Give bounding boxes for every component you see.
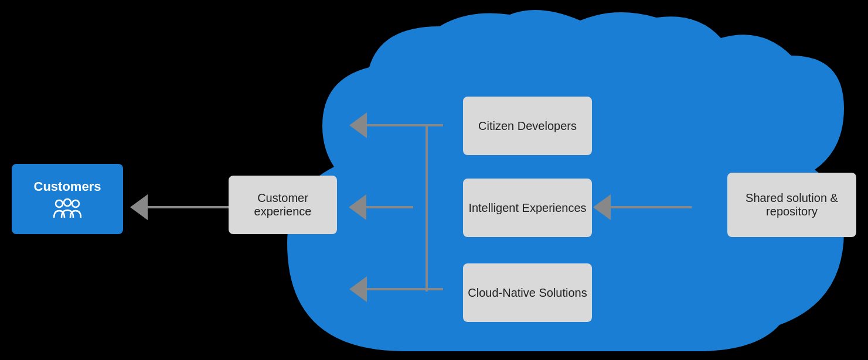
arrow-cx-intelligent [349, 194, 413, 220]
arrow-customers-cx [130, 194, 234, 220]
svg-point-2 [64, 199, 71, 206]
arrowhead-left-4 [349, 276, 367, 302]
cloudnative-label: Cloud-Native Solutions [468, 286, 587, 300]
arrowhead-left-5 [593, 194, 611, 220]
line-vertical-cloud [426, 124, 428, 292]
line-to-cloudnative [367, 288, 443, 290]
shared-box: Shared solution & repository [727, 173, 856, 237]
intelligent-box: Intelligent Experiences [463, 179, 592, 237]
shared-label: Shared solution & repository [727, 191, 856, 218]
customers-icon [53, 198, 81, 219]
arrow-cx-citizen [349, 112, 443, 138]
arrowhead-left-1 [130, 194, 148, 220]
customers-box: Customers [12, 164, 123, 234]
cloudnative-box: Cloud-Native Solutions [463, 263, 592, 322]
cx-box: Customer experience [229, 176, 337, 234]
cx-label: Customer experience [229, 191, 337, 218]
diagram-container: Customers Customer experience [0, 0, 868, 360]
line-customers-cx [148, 206, 234, 208]
arrow-intelligent-shared [593, 194, 692, 220]
svg-point-0 [56, 200, 63, 207]
line-intel-shared [611, 206, 692, 208]
citizen-box: Citizen Developers [463, 97, 592, 155]
arrowhead-left-3 [349, 112, 367, 138]
line-to-citizen [367, 124, 443, 126]
svg-point-1 [72, 200, 79, 207]
line-cx-intel [366, 206, 413, 208]
arrow-cx-cloudnative [349, 276, 443, 302]
arrowhead-left-2 [349, 194, 366, 220]
intelligent-label: Intelligent Experiences [468, 201, 586, 215]
citizen-label: Citizen Developers [478, 119, 577, 133]
customers-label: Customers [34, 179, 101, 194]
